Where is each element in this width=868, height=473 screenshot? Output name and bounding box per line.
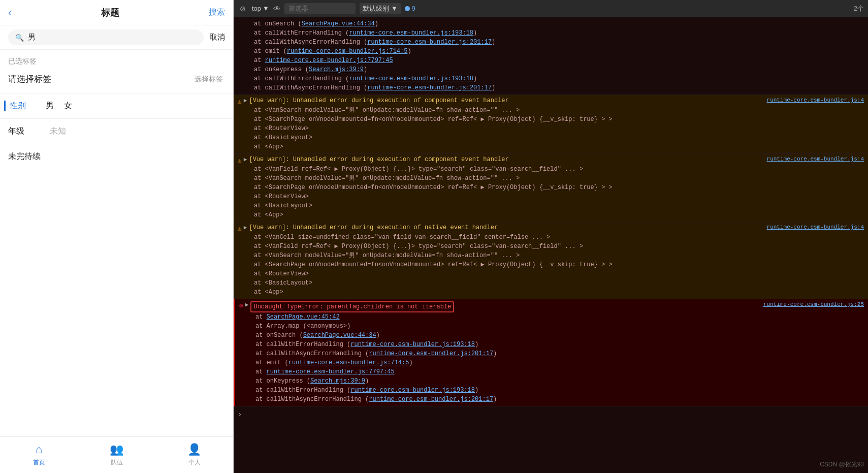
error-entry-1: ⊗ ▶ Uncaught TypeError: parentTag.childr…	[234, 299, 868, 406]
log-line: at <VanField ref=Ref< ▶ Proxy(Object) {.…	[238, 165, 864, 174]
collapse-arrow-3[interactable]: ▶	[244, 224, 247, 231]
filter-input[interactable]	[284, 3, 356, 14]
log-line: at <RouterView>	[238, 124, 864, 133]
link-searchpage-45[interactable]: SearchPage.vue:45:42	[267, 313, 340, 321]
nav-home[interactable]: ⌂ 首页	[0, 437, 78, 473]
filter-group-grade: 年级 未知	[0, 118, 233, 144]
console-content[interactable]: at onSearch (SearchPage.vue:44:34) at ca…	[234, 17, 868, 473]
search-input-wrap[interactable]: 🔍 男	[8, 29, 204, 45]
warn-msg-1: [Vue warn]: Unhandled error during execu…	[249, 97, 508, 104]
stack-trace-top: at onSearch (SearchPage.vue:44:34) at ca…	[234, 17, 868, 95]
filter-group-header-grade: 年级 未知	[0, 119, 233, 144]
issue-dot	[405, 6, 410, 11]
log-line: at callWithAsyncErrorHandling (runtime-c…	[239, 395, 864, 404]
filter-group-header-misc: 未完待续	[0, 144, 233, 169]
level-dropdown[interactable]: 默认级别 ▼	[360, 3, 401, 14]
eye-icon[interactable]: 👁	[273, 5, 280, 13]
warn-icon-2: ⚠	[238, 156, 242, 165]
selected-tags-label: 已选标签	[8, 57, 225, 66]
link-runtime-201[interactable]: runtime-core.esm-bundler.js:201:17	[367, 39, 492, 46]
gender-male[interactable]: 男	[46, 101, 54, 111]
profile-icon: 👤	[187, 443, 201, 456]
toolbar-right-count: 2个	[854, 4, 864, 13]
log-line: at callWithErrorHandling (runtime-core.e…	[238, 28, 864, 38]
profile-label: 个人	[188, 458, 201, 467]
log-line: at SearchPage.vue:45:42	[239, 312, 864, 322]
top-dropdown[interactable]: top ▼	[252, 5, 269, 12]
cancel-button[interactable]: 取消	[210, 33, 225, 42]
warn-icon-1: ⚠	[238, 98, 242, 106]
log-line: at callWithErrorHandling (runtime-core.e…	[239, 340, 864, 349]
log-line: at callWithAsyncErrorHandling (runtime-c…	[239, 349, 864, 358]
home-label: 首页	[33, 458, 45, 467]
source-link-1[interactable]: runtime-core.esm-bundler.js:4	[767, 97, 864, 103]
link-err-runtime-201[interactable]: runtime-core.esm-bundler.js:201:17	[369, 350, 493, 357]
collapse-arrow-1[interactable]: ▶	[244, 97, 247, 104]
error-msg-1: Uncaught TypeError: parentTag.children i…	[253, 303, 451, 310]
warn-entry-2: ⚠ ▶ [Vue warn]: Unhandled error during e…	[234, 154, 868, 222]
link-search-39[interactable]: Search.mjs:39:9	[309, 66, 364, 73]
search-icon: 🔍	[15, 34, 24, 42]
link-err-runtime-7797[interactable]: runtime-core.esm-bundler.js:7797:45	[267, 368, 395, 375]
nav-profile[interactable]: 👤 个人	[155, 437, 233, 473]
log-line: at <BasicLayout>	[238, 201, 864, 210]
log-line: at onSearch (SearchPage.vue:44:34)	[239, 331, 864, 340]
log-line: at callWithAsyncErrorHandling (runtime-c…	[238, 38, 864, 47]
link-runtime-714[interactable]: runtime-core.esm-bundler.js:714:5	[287, 48, 408, 55]
nav-team[interactable]: 👥 队伍	[78, 437, 155, 473]
log-line: at callWithErrorHandling (runtime-core.e…	[238, 74, 864, 83]
header-bar: ‹ 标题 搜索	[0, 0, 233, 25]
level-arrow: ▼	[391, 5, 398, 12]
search-input[interactable]: 男	[28, 33, 36, 42]
link-search-44[interactable]: SearchPage.vue:44:34	[302, 20, 375, 27]
level-label: 默认级别	[363, 4, 389, 13]
bottom-expand-arrow[interactable]: ›	[234, 406, 868, 423]
search-button[interactable]: 搜索	[209, 7, 225, 18]
log-line: at <VanField ref=Ref< ▶ Proxy(Object) {.…	[238, 242, 864, 251]
source-link-2[interactable]: runtime-core.esm-bundler.js:4	[767, 156, 864, 162]
filter-group-header-gender: 性别 男 女	[0, 93, 233, 118]
stop-icon[interactable]: ⊘	[238, 4, 248, 14]
collapse-arrow-2[interactable]: ▶	[244, 156, 247, 163]
log-line: at <VanSearch modelValue="男" onUpdate:mo…	[238, 174, 864, 183]
grade-label: 年级	[8, 126, 34, 137]
link-runtime-193[interactable]: runtime-core.esm-bundler.js:193:18	[349, 29, 473, 37]
link-runtime-7797[interactable]: runtime-core.esm-bundler.js:7797:45	[265, 57, 393, 64]
grade-unknown[interactable]: 未知	[50, 126, 66, 137]
search-bar: 🔍 男 取消	[0, 25, 233, 50]
log-line: at <App>	[238, 142, 864, 151]
link-err-runtime-201b[interactable]: runtime-core.esm-bundler.js:201:17	[369, 396, 493, 403]
link-err-runtime-193[interactable]: runtime-core.esm-bundler.js:193:18	[350, 341, 475, 348]
log-line: at onKeypress (Search.mjs:39:9)	[238, 65, 864, 74]
back-button[interactable]: ‹	[8, 7, 12, 18]
log-line: at <VanCell size=undefined class="van-fi…	[238, 233, 864, 242]
source-link-3[interactable]: runtime-core.esm-bundler.js:4	[767, 224, 864, 230]
grade-options: 未知	[42, 126, 74, 137]
team-label: 队伍	[111, 458, 123, 467]
log-line: at <RouterView>	[238, 269, 864, 278]
log-line: at runtime-core.esm-bundler.js:7797:45	[239, 367, 864, 376]
warn-entry-3: ⚠ ▶ [Vue warn]: Unhandled error during e…	[234, 222, 868, 299]
link-runtime-193b[interactable]: runtime-core.esm-bundler.js:193:18	[349, 75, 473, 82]
log-line: at Array.map (<anonymous>)	[239, 322, 864, 331]
gender-options: 男 女	[38, 101, 80, 111]
log-line: at <App>	[238, 210, 864, 219]
collapse-arrow-error[interactable]: ▶	[245, 301, 249, 308]
filter-group-misc: 未完待续	[0, 144, 233, 169]
link-searchpage-44[interactable]: SearchPage.vue:44:34	[303, 332, 376, 339]
log-line: at emit (runtime-core.esm-bundler.js:714…	[239, 358, 864, 367]
link-err-runtime-193b[interactable]: runtime-core.esm-bundler.js:193:18	[350, 387, 475, 394]
link-err-runtime-714[interactable]: runtime-core.esm-bundler.js:714:5	[288, 359, 409, 366]
warn-msg-2: [Vue warn]: Unhandled error during execu…	[249, 156, 508, 163]
source-link-error[interactable]: runtime-core.esm-bundler.js:25	[763, 301, 864, 307]
link-err-search-39[interactable]: Search.mjs:39:9	[310, 377, 365, 385]
log-line: at <BasicLayout>	[238, 133, 864, 142]
gender-female[interactable]: 女	[64, 101, 72, 111]
link-runtime-201b[interactable]: runtime-core.esm-bundler.js:201:17	[367, 84, 492, 91]
left-panel: ‹ 标题 搜索 🔍 男 取消 已选标签 请选择标签 选择标签 性别 男 女	[0, 0, 234, 473]
log-line: at callWithAsyncErrorHandling (runtime-c…	[238, 83, 864, 92]
issue-count: 9	[405, 5, 415, 12]
log-line: at onKeypress (Search.mjs:39:9)	[239, 376, 864, 386]
log-line: at <BasicLayout>	[238, 278, 864, 288]
select-tags-button[interactable]: 选择标签	[195, 75, 225, 84]
